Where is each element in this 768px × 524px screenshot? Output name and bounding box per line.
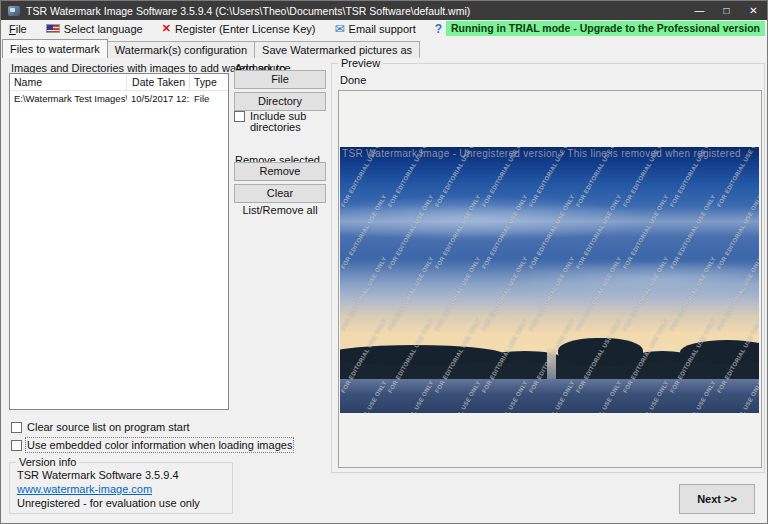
version-info-groupbox: Version info TSR Watermark Software 3.5.… xyxy=(9,462,233,514)
table-row[interactable]: E:\Watermark Test Images\Pain... 10/5/20… xyxy=(10,91,228,105)
remove-button[interactable]: Remove xyxy=(234,162,326,181)
menu-register-label: Register (Enter License Key) xyxy=(175,23,316,35)
checkbox-box[interactable] xyxy=(11,422,22,433)
preview-groupbox: Preview Done FOR EDITORIAL USE ONLYFOR E… xyxy=(331,63,765,473)
version-software-text: TSR Watermark Software 3.5.9.4 xyxy=(17,469,179,481)
column-header-name[interactable]: Name xyxy=(10,74,127,90)
preview-image: FOR EDITORIAL USE ONLYFOR EDITORIAL USE … xyxy=(340,147,759,413)
watermark-tiles: FOR EDITORIAL USE ONLYFOR EDITORIAL USE … xyxy=(340,147,759,413)
window-title: TSR Watermark Image Software 3.5.9.4 (C:… xyxy=(26,5,470,17)
preview-title: Preview xyxy=(338,57,383,69)
website-link[interactable]: www.watermark-image.com xyxy=(17,483,152,495)
tab-save-watermarked-pictures[interactable]: Save Watermarked pictures as xyxy=(254,41,420,58)
row-cell-type: File xyxy=(190,93,228,104)
row-cell-name: E:\Watermark Test Images\Pain... xyxy=(10,93,127,104)
embedded-color-label: Use embedded color information when load… xyxy=(27,439,292,451)
column-header-date-taken[interactable]: Date Taken xyxy=(127,74,190,90)
include-sub-directories-label: Include sub directories xyxy=(250,111,320,133)
checkbox-box[interactable] xyxy=(234,111,245,122)
clear-source-list-checkbox[interactable]: Clear source list on program start xyxy=(11,421,190,433)
titlebar: TSR Watermark Image Software 3.5.9.4 (C:… xyxy=(1,1,767,20)
preview-panel: FOR EDITORIAL USE ONLYFOR EDITORIAL USE … xyxy=(338,90,762,468)
unregistered-watermark-text: TSR Watermark Image - Unregistered versi… xyxy=(342,148,759,159)
add-directory-button[interactable]: Directory xyxy=(234,92,326,111)
menu-select-language[interactable]: Select language xyxy=(46,20,143,37)
menu-file[interactable]: File xyxy=(9,20,27,37)
tab-files-to-watermark[interactable]: Files to watermark xyxy=(2,39,108,58)
row-cell-date-taken: 10/5/2017 12:1... xyxy=(127,93,190,104)
include-sub-directories-checkbox[interactable]: Include sub directories xyxy=(234,111,320,133)
app-icon xyxy=(8,6,20,16)
menubar: File Select language ✕ Register (Enter L… xyxy=(1,20,767,37)
help-icon: ? xyxy=(435,22,442,36)
next-button[interactable]: Next >> xyxy=(679,484,755,514)
preview-status: Done xyxy=(340,74,366,86)
envelope-icon: ✉ xyxy=(335,24,345,34)
tabstrip: Files to watermark Watermark(s) configur… xyxy=(2,39,419,58)
red-x-icon: ✕ xyxy=(162,22,171,35)
menu-email-support-label: Email support xyxy=(349,23,416,35)
license-status-text: Unregistered - for evaluation use only xyxy=(17,497,200,509)
embedded-color-checkbox[interactable]: Use embedded color information when load… xyxy=(11,439,292,451)
clear-list-remove-all-button[interactable]: Clear List/Remove all xyxy=(234,184,326,203)
tab-watermark-configuration[interactable]: Watermark(s) configuration xyxy=(107,41,255,58)
add-file-button[interactable]: File xyxy=(234,70,326,89)
close-button[interactable]: ✕ xyxy=(740,1,767,20)
menu-email-support[interactable]: ✉ Email support xyxy=(335,20,416,37)
listview-header: Name Date Taken Type xyxy=(10,74,228,91)
checkbox-box[interactable] xyxy=(11,440,22,451)
maximize-button[interactable]: □ xyxy=(713,1,740,20)
files-listview[interactable]: Name Date Taken Type E:\Watermark Test I… xyxy=(9,73,229,410)
version-info-title: Version info xyxy=(16,456,79,468)
menu-register[interactable]: ✕ Register (Enter License Key) xyxy=(162,20,316,37)
minimize-button[interactable]: — xyxy=(686,1,713,20)
menu-file-label: File xyxy=(9,23,27,35)
clear-source-list-label: Clear source list on program start xyxy=(27,421,190,433)
language-flag-icon xyxy=(46,24,60,33)
trial-banner: Running in TRIAL mode - Upgrade to the P… xyxy=(446,21,765,36)
app-window: TSR Watermark Image Software 3.5.9.4 (C:… xyxy=(0,0,768,524)
column-header-type[interactable]: Type xyxy=(190,74,228,90)
window-controls: — □ ✕ xyxy=(686,1,767,20)
menu-select-language-label: Select language xyxy=(64,23,143,35)
